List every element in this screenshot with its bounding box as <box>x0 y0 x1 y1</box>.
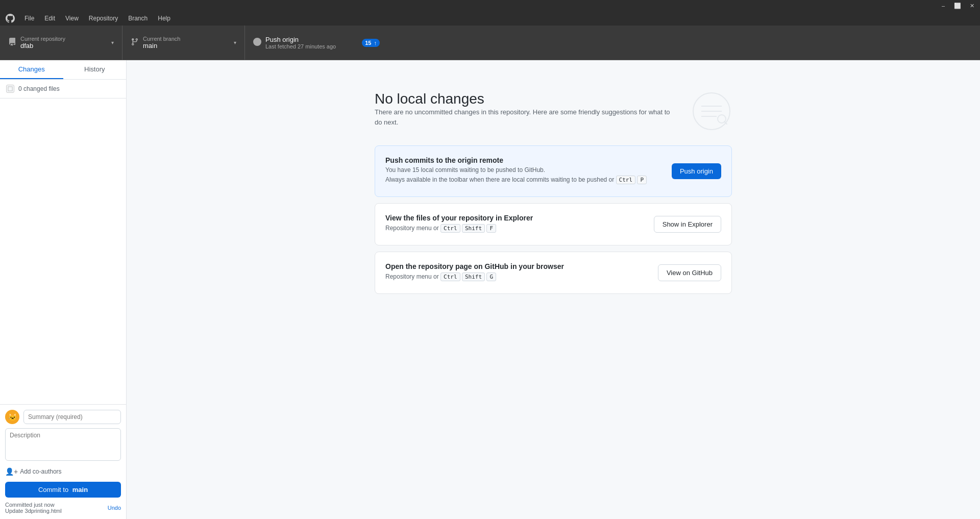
titlebar: – ⬜ ✕ <box>0 0 980 11</box>
view-github-desc: Repository menu or Ctrl Shift G <box>385 273 564 281</box>
no-changes-illustration <box>691 91 732 133</box>
push-commits-info: Push commits to the origin remote You ha… <box>385 156 647 186</box>
show-explorer-desc: Repository menu or Ctrl Shift F <box>385 224 533 233</box>
changed-files-header: 0 changed files <box>0 80 126 98</box>
branch-chevron-icon: ▾ <box>234 40 236 45</box>
github-shortcut-shift: Shift <box>462 273 485 281</box>
committed-text: Committed just now <box>5 502 62 508</box>
explorer-shortcut-shift: Shift <box>462 224 485 233</box>
main-layout: Changes History 0 changed files 🐱 👤+ Ad <box>0 60 980 519</box>
main-content: No local changes There are no uncommitte… <box>127 60 980 519</box>
push-origin-action-button[interactable]: Push origin <box>672 163 721 179</box>
push-sublabel: Last fetched 27 minutes ago <box>265 43 358 50</box>
tab-changes[interactable]: Changes <box>0 60 63 79</box>
commit-area: 🐱 👤+ Add co-authors Commit to main Commi… <box>0 404 126 519</box>
show-explorer-button[interactable]: Show in Explorer <box>654 216 721 233</box>
menu-view[interactable]: View <box>61 13 83 23</box>
push-commits-title: Push commits to the origin remote <box>385 156 647 164</box>
push-shortcut-ctrl: Ctrl <box>616 176 636 184</box>
coauthor-button[interactable]: 👤+ Add co-authors <box>5 465 121 478</box>
menu-repository[interactable]: Repository <box>85 13 122 23</box>
repo-label: Current repository <box>20 36 65 42</box>
branch-name: main <box>143 42 180 50</box>
push-commits-card: Push commits to the origin remote You ha… <box>375 145 732 197</box>
close-button[interactable]: ✕ <box>968 2 976 10</box>
commit-button[interactable]: Commit to main <box>5 482 121 498</box>
menu-branch[interactable]: Branch <box>124 13 152 23</box>
show-explorer-title: View the files of your repository in Exp… <box>385 214 533 222</box>
commit-summary-row: 🐱 <box>5 410 121 424</box>
current-repo-button[interactable]: Current repository dfab ▾ <box>0 26 122 60</box>
undo-button[interactable]: Undo <box>108 505 121 511</box>
no-changes-subtitle: There are no uncommitted changes in this… <box>375 107 679 127</box>
view-github-card: Open the repository page on GitHub in yo… <box>375 252 732 294</box>
minimize-button[interactable]: – <box>939 2 947 10</box>
repo-chevron-icon: ▾ <box>111 40 114 45</box>
menu-file[interactable]: File <box>20 13 38 23</box>
push-badge: 15 ↑ <box>362 39 380 47</box>
toolbar: Current repository dfab ▾ Current branch… <box>0 26 980 60</box>
sidebar: Changes History 0 changed files 🐱 👤+ Ad <box>0 60 127 519</box>
view-github-button[interactable]: View on GitHub <box>658 264 721 281</box>
coauthor-icon: 👤+ <box>5 467 18 476</box>
repo-name: dfab <box>20 42 65 50</box>
description-textarea[interactable] <box>5 428 121 461</box>
no-changes-title: No local changes <box>375 91 679 107</box>
committed-file: Update 3dprinting.html <box>5 508 62 514</box>
commit-status: Committed just now Update 3dprinting.htm… <box>5 502 121 514</box>
changed-files-count: 0 changed files <box>18 85 60 92</box>
app-logo <box>4 12 16 24</box>
view-github-info: Open the repository page on GitHub in yo… <box>385 262 564 283</box>
push-commits-desc2: Always available in the toolbar when the… <box>385 176 647 184</box>
github-shortcut-g: G <box>486 273 496 281</box>
github-shortcut-ctrl: Ctrl <box>440 273 460 281</box>
branch-label: Current branch <box>143 36 180 42</box>
push-label: Push origin <box>265 36 358 43</box>
menu-help[interactable]: Help <box>154 13 175 23</box>
no-changes-header: No local changes There are no uncommitte… <box>375 91 732 139</box>
explorer-shortcut-ctrl: Ctrl <box>440 224 460 233</box>
show-explorer-card: View the files of your repository in Exp… <box>375 203 732 245</box>
maximize-button[interactable]: ⬜ <box>953 2 962 10</box>
summary-input[interactable] <box>23 410 121 424</box>
push-commits-desc1: You have 15 local commits waiting to be … <box>385 166 647 174</box>
view-github-title: Open the repository page on GitHub in yo… <box>385 262 564 270</box>
avatar: 🐱 <box>5 410 19 424</box>
tab-history[interactable]: History <box>63 60 127 79</box>
select-all-checkbox[interactable] <box>6 85 14 93</box>
sidebar-tabs: Changes History <box>0 60 126 80</box>
menubar: File Edit View Repository Branch Help <box>0 11 980 26</box>
current-branch-button[interactable]: Current branch main ▾ <box>122 26 245 60</box>
push-icon <box>253 38 261 47</box>
branch-icon <box>131 38 139 47</box>
push-shortcut-p: P <box>637 176 647 184</box>
show-explorer-info: View the files of your repository in Exp… <box>385 214 533 235</box>
push-origin-button[interactable]: Push origin Last fetched 27 minutes ago … <box>245 26 388 60</box>
explorer-shortcut-f: F <box>486 224 496 233</box>
menu-edit[interactable]: Edit <box>40 13 59 23</box>
files-area <box>0 98 126 404</box>
no-changes-container: No local changes There are no uncommitte… <box>375 91 732 300</box>
repo-icon <box>8 38 16 48</box>
